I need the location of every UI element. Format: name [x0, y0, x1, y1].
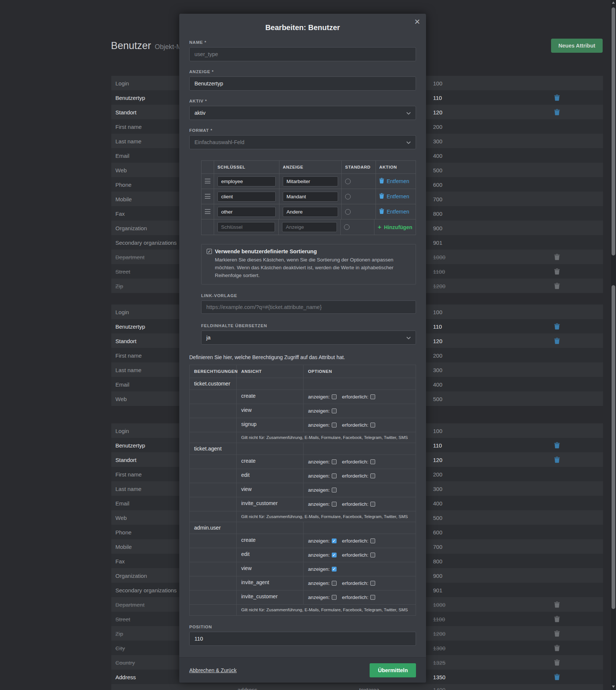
remove-option-button[interactable]: Entfernen — [379, 178, 409, 185]
new-option-display-input[interactable] — [282, 222, 337, 232]
translate-select[interactable]: ja — [201, 331, 416, 345]
delete-attribute-icon[interactable] — [554, 674, 560, 680]
drag-cell — [201, 204, 214, 219]
attribute-position: 1100 — [433, 268, 445, 274]
delete-attribute-icon[interactable] — [554, 338, 560, 344]
new-attribute-button[interactable]: Neues Attribut — [551, 39, 603, 53]
display-cell — [279, 189, 342, 204]
permission-options: anzeigen:erforderlich: — [308, 459, 375, 465]
delete-attribute-icon[interactable] — [554, 601, 560, 608]
custom-sort-checkbox[interactable]: ✓ — [207, 249, 212, 254]
show-checkbox[interactable] — [332, 394, 337, 399]
display-field[interactable] — [189, 77, 416, 91]
delete-attribute-icon[interactable] — [554, 630, 560, 637]
header-cell: ANSICHT — [237, 365, 304, 378]
required-checkbox[interactable] — [370, 538, 375, 543]
empty-cell — [190, 455, 237, 469]
active-select-value: aktiv — [194, 110, 206, 116]
option-display-input[interactable] — [283, 176, 338, 186]
action-name: create — [237, 455, 304, 469]
show-checkbox[interactable] — [332, 502, 337, 507]
default-radio[interactable] — [344, 224, 350, 230]
permissions-table: BERECHTIGUNGENANSICHTOPTIONENticket.cust… — [189, 365, 416, 616]
delete-attribute-icon[interactable] — [554, 254, 560, 260]
action-name: edit — [237, 469, 304, 483]
attribute-display-name: Mobile — [115, 543, 132, 550]
delete-attribute-icon[interactable] — [554, 456, 560, 463]
empty-cell — [190, 590, 237, 604]
show-checkbox[interactable] — [332, 473, 337, 478]
option-display-input[interactable] — [283, 192, 338, 202]
delete-attribute-icon[interactable] — [554, 616, 560, 622]
default-radio[interactable] — [345, 209, 351, 215]
show-checkbox[interactable] — [332, 581, 337, 586]
option-display-input[interactable] — [283, 207, 338, 217]
show-checkbox[interactable] — [332, 595, 337, 600]
empty-cell — [237, 522, 304, 534]
delete-attribute-icon[interactable] — [554, 659, 560, 665]
action-cell: Entfernen — [376, 174, 416, 189]
show-checkbox[interactable] — [332, 459, 337, 464]
scrollbar-thumb[interactable] — [612, 285, 615, 609]
show-checkbox[interactable] — [332, 423, 337, 427]
attribute-position: 400 — [433, 500, 442, 506]
cancel-link[interactable]: Abbrechen & Zurück — [189, 667, 237, 673]
empty-cell — [190, 605, 237, 615]
default-radio[interactable] — [345, 179, 351, 184]
position-field[interactable] — [189, 632, 416, 646]
empty-cell — [304, 378, 416, 390]
table-row-partial[interactable]: addresstextarea1400 — [111, 684, 603, 690]
scrollbar[interactable] — [611, 0, 616, 690]
option-key-input[interactable] — [217, 192, 276, 202]
option-key-input[interactable] — [217, 176, 276, 186]
delete-attribute-icon[interactable] — [554, 109, 560, 115]
link-template-field[interactable] — [201, 300, 416, 314]
active-select[interactable]: aktiv — [189, 106, 416, 120]
required-checkbox[interactable] — [370, 595, 375, 600]
permission-action-row: signupanzeigen:erforderlich: — [190, 418, 416, 432]
required-checkbox[interactable] — [370, 423, 375, 427]
options-cell: anzeigen:erforderlich: — [304, 469, 416, 483]
show-checkbox[interactable]: ✓ — [332, 538, 337, 543]
scrollbar-down-icon[interactable] — [612, 686, 615, 688]
required-checkbox[interactable] — [370, 502, 375, 507]
attribute-display-name: Standort — [115, 456, 137, 463]
drag-handle-icon[interactable] — [205, 194, 210, 199]
option-key-input[interactable] — [217, 207, 276, 217]
default-radio[interactable] — [345, 194, 351, 199]
drag-handle-icon[interactable] — [205, 179, 210, 184]
submit-button[interactable]: Übermitteln — [370, 663, 416, 677]
delete-attribute-icon[interactable] — [554, 283, 560, 289]
attribute-display-name: Benutzertyp — [115, 94, 145, 101]
show-checkbox[interactable] — [332, 488, 337, 492]
permission-action-row: createanzeigen:✓erforderlich: — [190, 534, 416, 548]
attribute-display-name: First name — [115, 352, 142, 358]
remove-option-button[interactable]: Entfernen — [379, 208, 409, 215]
delete-attribute-icon[interactable] — [554, 94, 560, 101]
show-checkbox[interactable]: ✓ — [332, 553, 337, 557]
link-template-label: LINK-VORLAGE — [201, 293, 416, 298]
remove-option-button[interactable]: Entfernen — [379, 193, 409, 200]
required-checkbox[interactable] — [370, 473, 375, 478]
scrollbar-thumb[interactable] — [612, 7, 615, 256]
show-checkbox[interactable]: ✓ — [332, 567, 337, 572]
delete-attribute-icon[interactable] — [554, 645, 560, 651]
permission-name: admin.user — [190, 522, 237, 534]
drag-cell — [201, 174, 214, 189]
required-label: erforderlich: — [342, 422, 368, 428]
required-checkbox[interactable] — [370, 553, 375, 557]
new-option-key-input[interactable] — [217, 222, 275, 232]
add-option-button[interactable]: +Hinzufügen — [378, 224, 412, 231]
show-checkbox[interactable] — [332, 409, 337, 413]
required-checkbox[interactable] — [370, 581, 375, 586]
permission-action-row: invite_customeranzeigen:erforderlich: — [190, 590, 416, 605]
required-checkbox[interactable] — [370, 459, 375, 464]
required-checkbox[interactable] — [370, 394, 375, 399]
delete-attribute-icon[interactable] — [554, 268, 560, 274]
scrollbar-up-icon[interactable] — [612, 1, 615, 4]
drag-handle-icon[interactable] — [205, 209, 210, 214]
close-icon[interactable]: × — [415, 17, 420, 26]
permission-group-row: admin.user — [190, 522, 416, 534]
delete-attribute-icon[interactable] — [554, 323, 560, 329]
delete-attribute-icon[interactable] — [554, 442, 560, 448]
